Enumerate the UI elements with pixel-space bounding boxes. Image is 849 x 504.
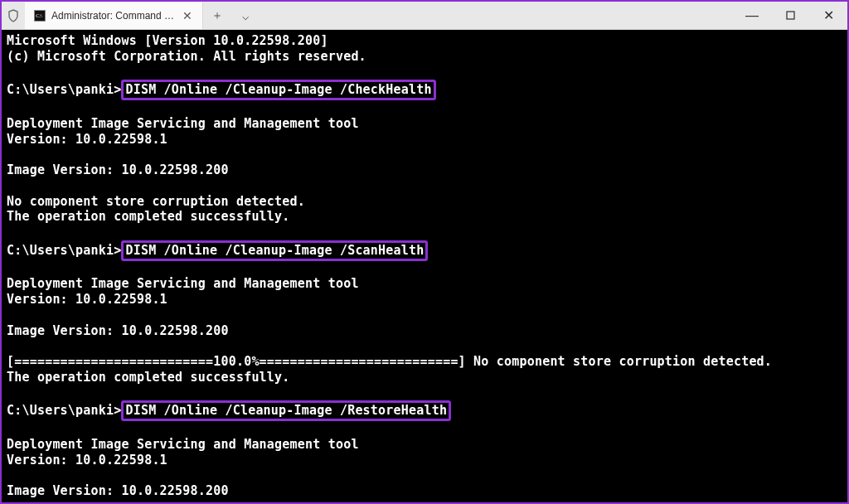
tab-title: Administrator: Command Prom [51,10,176,22]
privacy-shield-icon [2,2,25,29]
progress-result-line: [==========================100.0%=======… [7,354,772,369]
titlebar: C:\ Administrator: Command Prom ✕ ＋ ⌵ — … [2,2,847,30]
copyright-line: (c) Microsoft Corporation. All rights re… [7,49,366,64]
titlebar-drag-region[interactable] [260,2,733,29]
prompt-path: C:\Users\panki> [7,403,121,418]
tool-name-line: Deployment Image Servicing and Managemen… [7,276,359,291]
result-line: No component store corruption detected. [7,194,305,209]
tool-version-line: Version: 10.0.22598.1 [7,132,167,147]
image-version-line: Image Version: 10.0.22598.200 [7,162,229,177]
svg-rect-2 [787,12,794,19]
image-version-line: Image Version: 10.0.22598.200 [7,323,229,338]
prompt-path: C:\Users\panki> [7,82,121,97]
prompt-path: C:\Users\panki> [7,243,121,258]
cmd-icon: C:\ [33,9,46,22]
new-tab-button[interactable]: ＋ [203,2,231,29]
completion-line: The operation completed successfully. [7,209,290,224]
maximize-button[interactable] [771,2,809,29]
minimize-button[interactable]: — [733,2,771,29]
tool-version-line: Version: 10.0.22598.1 [7,292,167,307]
window-controls: — ✕ [733,2,847,29]
highlighted-command: DISM /Online /Cleanup-Image /RestoreHeal… [121,400,451,421]
image-version-line: Image Version: 10.0.22598.200 [7,483,229,498]
svg-text:C:\: C:\ [36,12,42,18]
app-window: C:\ Administrator: Command Prom ✕ ＋ ⌵ — … [0,0,849,504]
tool-version-line: Version: 10.0.22598.1 [7,453,167,468]
window-close-button[interactable]: ✕ [809,2,847,29]
terminal-output[interactable]: Microsoft Windows [Version 10.0.22598.20… [2,30,847,502]
tool-name-line: Deployment Image Servicing and Managemen… [7,116,359,131]
tool-name-line: Deployment Image Servicing and Managemen… [7,437,359,452]
tab-dropdown-button[interactable]: ⌵ [231,2,260,29]
close-icon[interactable]: ✕ [181,9,194,22]
close-window-icon: ✕ [823,7,834,23]
highlighted-command: DISM /Online /Cleanup-Image /CheckHealth [121,80,435,100]
tab-actions: ＋ ⌵ [203,2,260,29]
tab-command-prompt[interactable]: C:\ Administrator: Command Prom ✕ [25,2,203,29]
completion-line: The operation completed successfully. [7,370,290,385]
maximize-icon [786,11,795,20]
banner-line: Microsoft Windows [Version 10.0.22598.20… [7,33,328,48]
minimize-icon: — [745,8,759,23]
highlighted-command: DISM /Online /Cleanup-Image /ScanHealth [121,240,428,261]
